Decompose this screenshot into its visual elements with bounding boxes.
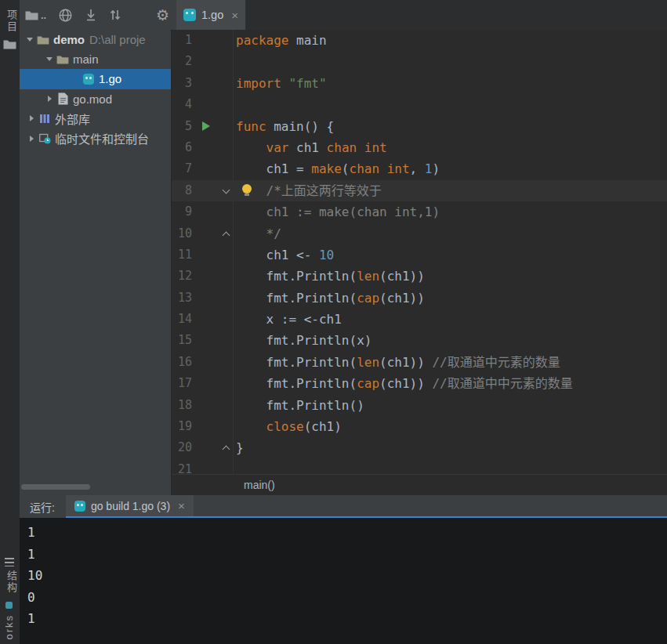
code-token: x := <-ch1	[236, 312, 342, 327]
code-line-current: 8 /*上面这两行等效于	[172, 180, 667, 201]
chevron-down-icon[interactable]	[24, 38, 35, 42]
editor-gutter[interactable]: 14	[172, 309, 234, 330]
toolwindow-bottom-button[interactable]: orks	[3, 614, 15, 640]
run-gutter-icon[interactable]	[202, 121, 210, 131]
globe-icon[interactable]	[58, 8, 73, 23]
code-token: fmt.Println(	[236, 355, 357, 370]
tree-item-path: D:\all proje	[89, 33, 146, 46]
tree-item-gomod[interactable]: go.mod	[20, 89, 171, 109]
bookmark-icon[interactable]	[5, 602, 13, 609]
editor-gutter[interactable]: 2	[172, 51, 234, 72]
editor-gutter[interactable]: 7	[172, 158, 234, 179]
line-number: 18	[172, 395, 192, 416]
code-line: 14 x := <-ch1	[172, 309, 667, 330]
editor-gutter[interactable]: 19	[172, 416, 234, 437]
tree-item-1go[interactable]: 1.go	[20, 69, 171, 89]
run-tab[interactable]: go build 1.go (3) ×	[66, 495, 194, 516]
editor-gutter[interactable]: 11	[172, 244, 234, 266]
tree-item-main[interactable]: main	[20, 49, 171, 69]
fold-marker-icon[interactable]	[223, 231, 230, 239]
code-token: ch1 =	[236, 161, 311, 176]
project-horizontal-scrollbar[interactable]	[21, 484, 90, 490]
code-token: close	[266, 419, 304, 434]
code-token	[281, 76, 289, 91]
download-icon[interactable]	[85, 8, 97, 22]
main-toolbar: .. ⚙	[20, 0, 176, 30]
code-token: len	[357, 355, 379, 370]
editor-gutter[interactable]: 3	[172, 73, 234, 94]
chevron-right-icon[interactable]	[26, 136, 37, 142]
code-token: int	[364, 140, 387, 155]
chevron-right-icon[interactable]	[44, 96, 55, 102]
editor-gutter[interactable]: 1	[172, 30, 234, 51]
toolwindow-project-button[interactable]: 项目	[4, 9, 19, 33]
code-token: }	[236, 440, 244, 455]
folder-icon	[25, 10, 38, 20]
code-token	[379, 161, 387, 176]
code-token	[236, 140, 266, 155]
chevron-right-icon[interactable]	[26, 115, 37, 121]
code-line: 2	[172, 51, 667, 72]
code-line: 20}	[172, 437, 667, 458]
editor-gutter[interactable]: 21	[172, 459, 234, 474]
tab-close-icon[interactable]: ×	[231, 9, 238, 22]
toolwindow-structure-button[interactable]: 结构	[4, 570, 19, 594]
intention-bulb-icon[interactable]	[242, 184, 252, 194]
console-line: 1	[27, 522, 667, 544]
editor-gutter[interactable]: 10	[172, 223, 234, 244]
code-line: 15 fmt.Println(x)	[172, 330, 667, 351]
editor-gutter[interactable]: 17	[172, 373, 234, 394]
line-number: 9	[172, 201, 192, 223]
run-tab-label: go build 1.go (3)	[91, 500, 170, 512]
tab-label: 1.go	[201, 9, 223, 21]
line-number: 13	[172, 288, 192, 309]
content-area: demo D:\all proje main 1.go go.mod	[20, 30, 667, 495]
editor-gutter[interactable]: 12	[172, 266, 234, 287]
editor-gutter[interactable]: 16	[172, 352, 234, 373]
line-number: 7	[172, 158, 192, 179]
code-token: fmt.Println(x)	[236, 333, 372, 348]
tree-item-demo[interactable]: demo D:\all proje	[20, 30, 171, 49]
line-number: 15	[172, 330, 192, 351]
code-token: fmt.Println(	[236, 291, 357, 306]
tree-item-label: go.mod	[73, 92, 112, 106]
code-line: 3import "fmt"	[172, 73, 667, 94]
editor-gutter[interactable]: 20	[172, 437, 234, 458]
editor-gutter[interactable]: 4	[172, 94, 234, 115]
tab-1go[interactable]: 1.go ×	[176, 0, 245, 30]
settings-gear-icon[interactable]: ⚙	[156, 8, 169, 23]
line-number: 16	[172, 352, 192, 373]
editor-gutter[interactable]: 15	[172, 330, 234, 351]
code-editor[interactable]: 1package main 2 3import "fmt" 4 5func ma…	[172, 30, 667, 474]
code-token: len	[357, 269, 379, 284]
code-line: 10 */	[172, 223, 667, 244]
run-console[interactable]: 1 1 10 0 1	[20, 518, 667, 644]
code-line: 18 fmt.Println()	[172, 395, 667, 416]
sync-icon[interactable]	[109, 8, 121, 22]
folder-icon[interactable]	[3, 39, 16, 49]
fold-marker-icon[interactable]	[223, 446, 230, 454]
run-tab-close-icon[interactable]: ×	[178, 499, 185, 512]
tree-item-scratches[interactable]: 临时文件和控制台	[20, 128, 171, 148]
editor-gutter[interactable]: 5	[172, 116, 234, 137]
editor-gutter[interactable]: 9	[172, 201, 234, 223]
structure-icon[interactable]	[5, 558, 14, 566]
code-token: ch1	[288, 140, 326, 155]
code-token: //取通道中中元素的数量	[432, 376, 572, 391]
go-file-icon	[183, 9, 196, 21]
scratches-console-icon	[37, 133, 53, 144]
project-widget[interactable]: ..	[25, 9, 46, 21]
console-line: 10	[27, 565, 667, 587]
code-token: make	[311, 161, 342, 176]
breadcrumb-item[interactable]: main()	[244, 479, 275, 491]
fold-marker-icon[interactable]	[223, 186, 230, 194]
editor-tab-bar: 1.go ×	[176, 0, 667, 30]
editor-gutter[interactable]: 13	[172, 288, 234, 309]
editor-gutter[interactable]: 18	[172, 395, 234, 416]
editor-gutter[interactable]: 8	[172, 180, 234, 201]
editor-gutter[interactable]: 6	[172, 137, 234, 158]
tree-item-external-libs[interactable]: 外部库	[20, 109, 171, 128]
chevron-down-icon[interactable]	[44, 57, 55, 61]
project-widget-label: ..	[41, 9, 46, 21]
folder-icon	[55, 55, 71, 64]
